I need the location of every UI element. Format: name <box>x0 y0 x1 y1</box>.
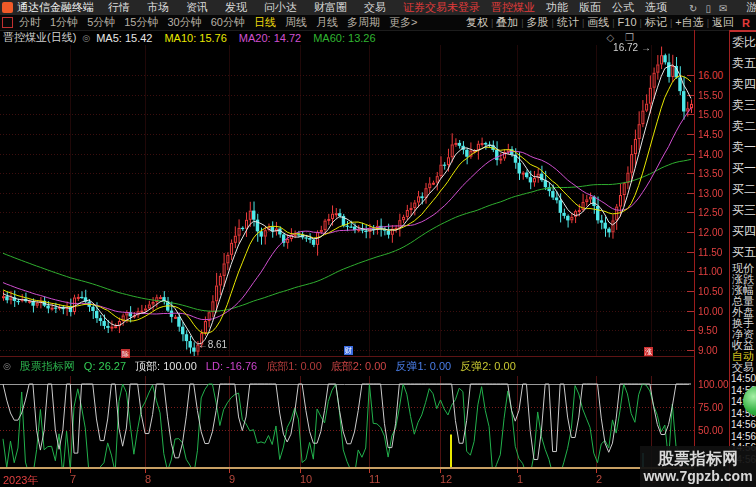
indicator-field-6: 反弹2: 0.00 <box>460 360 516 372</box>
menu-right-item-3[interactable]: 选项 <box>645 1 667 13</box>
sidebar-row-8[interactable]: 买三 <box>730 200 756 221</box>
menu-item-2[interactable]: 资讯 <box>186 1 208 13</box>
main-chart-canvas[interactable] <box>0 45 694 357</box>
layout-icon[interactable] <box>2 17 13 28</box>
oscillator-tick-label: 50.00 <box>698 425 728 436</box>
menu-right-item-1[interactable]: 版面 <box>579 1 601 13</box>
toolbar-right-item-5[interactable]: F10 <box>618 16 637 28</box>
sidebar-row-9[interactable]: 买四 <box>730 221 756 242</box>
price-tick-label: 14.50 <box>698 129 728 140</box>
toolbar-right-item-8[interactable]: 返回 <box>712 16 734 28</box>
menu-item-0[interactable]: 行情 <box>108 1 130 13</box>
date-axis-tick <box>145 469 146 473</box>
toolbar-right-group: 复权|叠加|多股|统计|画线|F10|标记|+自选|返回 R <box>463 15 756 30</box>
ma-value-2: MA20: 14.72 <box>239 32 301 44</box>
toolbar-right-items: 复权|叠加|多股|统计|画线|F10|标记|+自选|返回 <box>463 15 737 30</box>
oscillator-canvas[interactable] <box>0 376 694 467</box>
sidebar-row-10[interactable]: 买五 <box>730 242 756 263</box>
indicator-field-3: 底部1: 0.00 <box>266 360 322 372</box>
toolbar-separator: | <box>612 18 614 28</box>
chart-title[interactable]: 晋控煤业(日线) <box>3 30 76 45</box>
period-button-2[interactable]: 5分钟 <box>87 16 115 28</box>
app-title: 通达信金融终端 <box>17 0 94 15</box>
tick-time-4: 14:56 <box>730 419 756 431</box>
price-tick-label: 11.00 <box>698 266 728 277</box>
ma-value-0: MA5: 15.42 <box>96 32 152 44</box>
watermark-url: www.7gpzb.com <box>643 468 752 485</box>
date-axis-tick <box>229 469 230 473</box>
indicator-field-5: 反弹1: 0.00 <box>395 360 451 372</box>
menu-right-item-0[interactable]: 功能 <box>546 1 568 13</box>
toolbar-right-item-3[interactable]: 统计 <box>557 16 579 28</box>
menu-right-item-2[interactable]: 公式 <box>612 1 634 13</box>
price-tick-label: 12.50 <box>698 207 728 218</box>
mail-icon[interactable]: ✉ <box>719 3 727 14</box>
time-axis-line <box>0 467 694 469</box>
indicator-name[interactable]: 股票指标网 <box>20 359 75 374</box>
price-tick-label: 13.50 <box>698 168 728 179</box>
date-axis-tick <box>517 469 518 473</box>
period-button-1[interactable]: 1分钟 <box>50 16 78 28</box>
date-axis-tick <box>440 469 441 473</box>
price-axis-line <box>694 30 695 467</box>
refresh-icon[interactable]: ↻ <box>689 3 697 14</box>
ma-value-1: MA10: 15.76 <box>164 32 226 44</box>
indicator-toggle-icon[interactable]: ◎ <box>82 33 90 43</box>
menu-item-4[interactable]: 问小达 <box>264 1 297 13</box>
event-marker-0[interactable]: 除 <box>121 349 130 358</box>
login-status[interactable]: 证券交易未登录 <box>403 0 480 15</box>
sidebar-row-6[interactable]: 买一 <box>730 158 756 179</box>
app-logo-icon[interactable] <box>2 2 13 13</box>
menu-right-group: 证券交易未登录 晋控煤业 功能版面公式选项 ↻▯✉ 游客 <box>403 0 756 15</box>
sidebar-row-2[interactable]: 卖四 <box>730 74 756 95</box>
menu-item-5[interactable]: 财富圈 <box>314 1 347 13</box>
date-axis-month: 7 <box>70 473 76 485</box>
period-button-6[interactable]: 日线 <box>254 16 276 28</box>
indicator-field-2: LD: -16.76 <box>206 360 257 372</box>
sidebar-row-0[interactable]: 委比 <box>730 32 756 53</box>
toolbar-right-item-0[interactable]: 复权 <box>466 16 488 28</box>
period-button-9[interactable]: 多周期 <box>347 16 380 28</box>
toolbar-right-item-1[interactable]: 叠加 <box>496 16 518 28</box>
period-button-3[interactable]: 15分钟 <box>124 16 158 28</box>
menu-item-3[interactable]: 发现 <box>225 1 247 13</box>
menu-item-1[interactable]: 市场 <box>147 1 169 13</box>
mobile-icon[interactable]: ▯ <box>705 3 711 14</box>
guest-label[interactable]: 游客 <box>746 0 756 15</box>
r-badge[interactable]: R <box>742 17 750 29</box>
sidebar-row-3[interactable]: 卖三 <box>730 95 756 116</box>
sidebar-row-1[interactable]: 卖五 <box>730 53 756 74</box>
menu-item-6[interactable]: 交易 <box>364 1 386 13</box>
ma-value-3: MA60: 13.26 <box>313 32 375 44</box>
period-button-0[interactable]: 分时 <box>19 16 41 28</box>
period-button-4[interactable]: 30分钟 <box>168 16 202 28</box>
sidebar-row-7[interactable]: 买二 <box>730 179 756 200</box>
indicator-icon[interactable]: ◎ <box>3 361 11 371</box>
price-tick-label: 10.50 <box>698 286 728 297</box>
menu-icons: ↻▯✉ <box>689 2 735 14</box>
toolbar-right-item-7[interactable]: +自选 <box>675 16 703 28</box>
toolbar-separator: | <box>670 18 672 28</box>
sidebar-row-4[interactable]: 卖二 <box>730 116 756 137</box>
date-axis-month: 10 <box>300 473 312 485</box>
event-marker-2[interactable]: 涨 <box>644 347 653 356</box>
date-axis-month: 9 <box>229 473 235 485</box>
oscillator-tick-label: 100.00 <box>698 379 728 390</box>
price-tick-label: 13.00 <box>698 188 728 199</box>
sidebar-row-5[interactable]: 卖一 <box>730 137 756 158</box>
period-button-8[interactable]: 月线 <box>316 16 338 28</box>
stock-shortcut[interactable]: 晋控煤业 <box>491 0 535 15</box>
menu-bar: 通达信金融终端 行情市场资讯发现问小达财富圈交易 证券交易未登录 晋控煤业 功能… <box>0 0 756 15</box>
toolbar-separator: | <box>582 18 584 28</box>
period-button-7[interactable]: 周线 <box>285 16 307 28</box>
toolbar-right-item-4[interactable]: 画线 <box>587 16 609 28</box>
period-button-10[interactable]: 更多> <box>389 16 417 28</box>
event-marker-1[interactable]: 财 <box>344 346 353 355</box>
toolbar-right-item-6[interactable]: 标记 <box>645 16 667 28</box>
toolbar-right-item-2[interactable]: 多股 <box>527 16 549 28</box>
date-axis-month: 12 <box>440 473 452 485</box>
date-axis-tick <box>300 469 301 473</box>
price-tick-label: 10.00 <box>698 306 728 317</box>
sidebar-action-1[interactable]: 交易 <box>730 362 756 373</box>
period-button-5[interactable]: 60分钟 <box>211 16 245 28</box>
